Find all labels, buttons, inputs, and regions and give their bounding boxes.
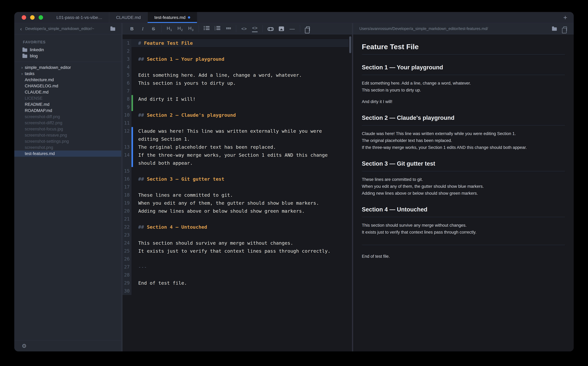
favorite-item-linkedin[interactable]: linkedin xyxy=(14,47,121,53)
editor-pane: BISH1H2H3123””<><>— 1# Feature Test File… xyxy=(122,23,352,351)
line-number: 29 xyxy=(122,279,131,287)
line-content[interactable]: The original placeholder text has been r… xyxy=(131,143,349,151)
heading-1-glyph: H1 xyxy=(167,26,172,32)
code-area[interactable]: 1# Feature Test File23## Section 1 — You… xyxy=(122,34,352,351)
editor-line-13: 13The original placeholder text has been… xyxy=(122,143,352,151)
tree-item-test-features-md[interactable]: test-features.md xyxy=(14,151,121,157)
line-content[interactable] xyxy=(131,87,349,95)
link-button[interactable] xyxy=(266,24,275,33)
tree-item-screenshot-focus-jpg[interactable]: screenshot-focus.jpg xyxy=(14,126,121,132)
sidebar-editor-divider[interactable] xyxy=(121,23,122,351)
git-gutter-blue-marker xyxy=(131,151,133,159)
settings-gear-icon[interactable]: ⚙ xyxy=(22,343,27,349)
line-number: 30 xyxy=(122,287,131,295)
reveal-folder-icon[interactable] xyxy=(552,27,557,31)
line-content[interactable]: It exists just to verify that context li… xyxy=(131,247,349,255)
blockquote-button[interactable]: ”” xyxy=(224,24,233,33)
line-content[interactable] xyxy=(131,167,349,175)
code-segment: Section 1 — Your playground xyxy=(147,56,224,62)
line-content[interactable]: ## Section 3 — Git gutter test xyxy=(131,175,349,183)
heading-1-button[interactable]: H1 xyxy=(165,24,174,33)
tree-item-screenshot-resave-png[interactable]: screenshot-resave.png xyxy=(14,132,121,138)
copy-button[interactable] xyxy=(303,24,312,33)
tree-item-roadmap-md[interactable]: ROADMAP.md xyxy=(14,107,121,114)
inline-code-button[interactable]: <> xyxy=(240,24,249,33)
bold-glyph: B xyxy=(130,26,134,31)
line-content[interactable]: When you edit any of them, the gutter sh… xyxy=(131,199,349,207)
formatting-toolbar: BISH1H2H3123””<><>— xyxy=(122,23,352,34)
tree-item-simple-markdown-editor[interactable]: ›simple_markdown_editor xyxy=(14,64,121,71)
line-content[interactable] xyxy=(131,183,349,191)
line-content[interactable] xyxy=(131,103,349,111)
code-segment: And dirty it I will! xyxy=(138,96,196,102)
bullet-list-button[interactable] xyxy=(202,24,211,33)
line-number: 10 xyxy=(122,111,131,119)
heading-3-button[interactable]: H3 xyxy=(186,24,195,33)
line-content[interactable]: Edit something here. Add a line, change … xyxy=(131,71,349,79)
tab-bar: L01-pass-at-1-vs-vibe…CLAUDE.mdtest-feat… xyxy=(14,12,574,23)
image-button[interactable] xyxy=(277,24,286,33)
tab-l01-pass-at-1-vs-vibe-[interactable]: L01-pass-at-1-vs-vibe… xyxy=(50,12,109,23)
line-content[interactable]: These lines are committed to git. xyxy=(131,191,349,199)
maximize-window-button[interactable] xyxy=(39,15,43,20)
line-content[interactable] xyxy=(131,215,349,223)
horizontal-rule-glyph: — xyxy=(290,26,295,32)
line-content[interactable]: Adding new lines above or below should s… xyxy=(131,207,349,215)
line-content[interactable] xyxy=(131,231,349,239)
editor-line-18: 18These lines are committed to git. xyxy=(122,191,352,199)
line-content[interactable] xyxy=(131,255,349,263)
line-content[interactable] xyxy=(131,271,349,279)
preview-section-heading: Section 2 — Claude's playground xyxy=(362,114,565,125)
line-content[interactable]: ## Section 1 — Your playground xyxy=(131,55,349,63)
line-content[interactable] xyxy=(131,63,349,71)
tree-item-claude-md[interactable]: CLAUDE.md xyxy=(14,89,121,95)
line-content[interactable] xyxy=(131,287,349,295)
editor-preview-divider[interactable] xyxy=(352,23,353,351)
line-content[interactable]: End of test file. xyxy=(131,279,349,287)
tree-item-architecture-md[interactable]: Architecture.md xyxy=(14,77,121,83)
sidebar-path-bar: ‹ Developer/a_simple_markdown_editor/~ xyxy=(14,23,121,34)
copy-path-icon[interactable] xyxy=(563,26,567,31)
line-content[interactable]: editing Section 1. xyxy=(131,135,349,143)
heading-2-button[interactable]: H2 xyxy=(176,24,185,33)
tree-item-readme-md[interactable]: README.md xyxy=(14,101,121,107)
horizontal-rule-button[interactable]: — xyxy=(288,24,297,33)
line-content[interactable]: --- xyxy=(131,263,349,271)
italic-button[interactable]: I xyxy=(138,24,147,33)
tree-item-tasks[interactable]: ›tasks xyxy=(14,71,121,77)
line-content[interactable] xyxy=(131,47,349,55)
minimize-window-button[interactable] xyxy=(30,15,35,20)
line-content[interactable]: Claude was here! This line was written e… xyxy=(131,127,349,135)
ordered-list-button[interactable]: 123 xyxy=(213,24,222,33)
favorite-item-blog[interactable]: blog xyxy=(14,53,121,59)
line-content[interactable]: should both appear. xyxy=(131,159,349,167)
copy-icon xyxy=(306,26,310,31)
strikethrough-button[interactable]: S xyxy=(149,24,158,33)
line-content[interactable]: This section is yours to dirty up. xyxy=(131,79,349,87)
line-content[interactable] xyxy=(131,119,349,127)
code-block-button[interactable]: <> xyxy=(250,24,259,33)
bold-button[interactable]: B xyxy=(128,24,136,33)
line-content[interactable]: ## Section 4 — Untouched xyxy=(131,223,349,231)
tree-item-screenshot-settings-png[interactable]: screenshot-settings.png xyxy=(14,138,121,145)
tree-item-screenshot-diff-png[interactable]: screenshot-diff.png xyxy=(14,114,121,120)
new-tab-button[interactable]: + xyxy=(563,14,567,21)
line-content[interactable]: This section should survive any merge wi… xyxy=(131,239,349,247)
tab-test-features-md[interactable]: test-features.md xyxy=(148,12,197,23)
tree-item-screenshot-diff2-png[interactable]: screenshot-diff2.png xyxy=(14,120,121,126)
tree-item-license[interactable]: LICENSE xyxy=(14,95,121,101)
line-number: 16 xyxy=(122,175,131,183)
editor-scrollbar-thumb[interactable] xyxy=(349,36,351,53)
close-window-button[interactable] xyxy=(22,15,26,20)
folder-icon[interactable] xyxy=(110,27,115,31)
editor-line-2: 2 xyxy=(122,47,352,55)
tree-item-screenshot-png[interactable]: screenshot.png xyxy=(14,145,121,151)
tab-claude-md[interactable]: CLAUDE.md xyxy=(109,12,148,23)
tree-item-changelog-md[interactable]: CHANGELOG.md xyxy=(14,83,121,89)
line-content[interactable]: If the three-way merge works, your Secti… xyxy=(131,151,349,159)
line-content[interactable]: And dirty it I will! xyxy=(131,95,349,103)
back-chevron-icon[interactable]: ‹ xyxy=(20,26,22,31)
line-content[interactable]: ## Section 2 — Claude's playground xyxy=(131,111,349,119)
code-segment: Section 4 — Untouched xyxy=(147,224,207,230)
line-content[interactable]: # Feature Test File xyxy=(131,39,349,47)
